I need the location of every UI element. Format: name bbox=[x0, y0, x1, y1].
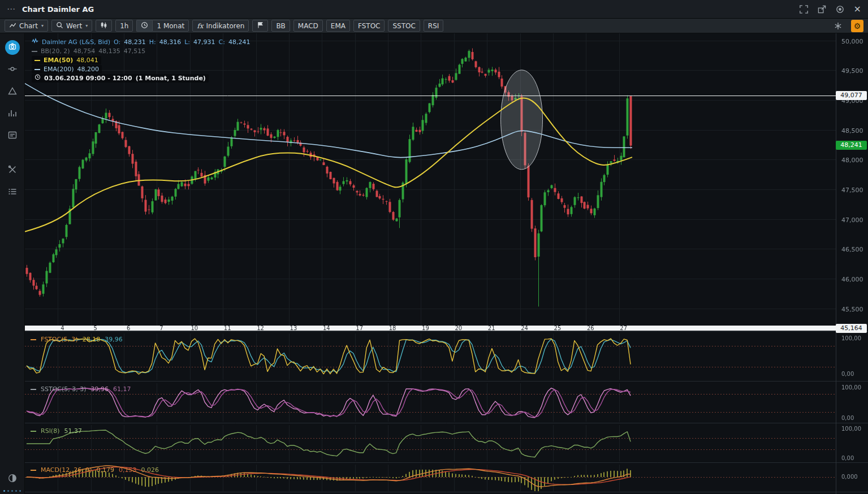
chart-type-button[interactable] bbox=[96, 20, 112, 32]
ema200-legend-row[interactable]: EMA(200) 48,200 bbox=[32, 65, 102, 73]
window-menu-dots-icon[interactable]: ⋯ bbox=[7, 4, 16, 14]
close-value: 48,241 bbox=[228, 38, 251, 46]
toggle-rsi-label: RSI bbox=[428, 22, 439, 30]
notes-tool-button[interactable] bbox=[5, 128, 20, 144]
sstoc-label: SSTOC(5, 3, 3) bbox=[41, 385, 87, 393]
rsi-value: 51,37 bbox=[64, 427, 82, 435]
chevron-down-icon: ▾ bbox=[85, 23, 88, 28]
toggle-macd-button[interactable]: MACD bbox=[293, 20, 323, 32]
rsi-legend[interactable]: RSI(8) 51,37 bbox=[31, 427, 82, 435]
ema50-legend-dash bbox=[34, 60, 40, 61]
measure-icon bbox=[7, 63, 18, 77]
close-icon[interactable]: × bbox=[854, 5, 861, 14]
chart-menu-label: Chart bbox=[19, 22, 38, 30]
sstoc-k-value: 39,96 bbox=[91, 385, 109, 393]
chart-area: Daimler AG (L&S, Bid) O: 48,231 H: 48,31… bbox=[25, 33, 868, 494]
record-target-icon[interactable] bbox=[836, 5, 844, 14]
interval-button[interactable]: 1h bbox=[115, 20, 133, 32]
bb-label: BB(20, 2) bbox=[41, 47, 70, 55]
line-chart-icon bbox=[9, 21, 16, 31]
price-chart-canvas[interactable] bbox=[25, 33, 868, 494]
indicators-label: Indikatoren bbox=[206, 22, 244, 30]
macd-signal-value: 0,153 bbox=[119, 466, 137, 474]
interval-label: 1h bbox=[120, 22, 128, 30]
titlebar: ⋯ Chart Daimler AG × bbox=[0, 0, 868, 19]
macd-legend-dash bbox=[31, 470, 36, 471]
toggle-bb-button[interactable]: BB bbox=[271, 20, 290, 32]
rsi-legend-dash bbox=[31, 431, 36, 432]
fullscreen-icon[interactable] bbox=[800, 5, 808, 14]
chart-menu-button[interactable]: Chart ▾ bbox=[5, 20, 48, 32]
instrument-icon bbox=[32, 37, 38, 46]
chart-settings-icon[interactable] bbox=[834, 22, 842, 30]
toggle-sstoc-button[interactable]: SSTOC bbox=[388, 20, 420, 32]
chart-window: ⋯ Chart Daimler AG × Chart ▾ Wert ▾ bbox=[0, 0, 868, 494]
period-clock-button[interactable] bbox=[136, 20, 152, 32]
toggle-ema-label: EMA bbox=[331, 22, 346, 30]
theme-toggle-button[interactable] bbox=[5, 471, 20, 487]
window-title: Chart Daimler AG bbox=[22, 5, 94, 14]
screenshot-button[interactable] bbox=[5, 40, 20, 55]
ema200-legend-dash bbox=[34, 69, 40, 70]
sidebar-bottom bbox=[0, 471, 24, 492]
bb-legend-row[interactable]: BB(20, 2) 48,754 48,135 47,515 bbox=[32, 47, 250, 55]
flag-icon bbox=[257, 21, 264, 31]
chevron-down-icon: ▾ bbox=[41, 23, 44, 28]
list-icon bbox=[7, 186, 18, 200]
instrument-legend-row[interactable]: Daimler AG (L&S, Bid) O: 48,231 H: 48,31… bbox=[32, 37, 250, 46]
lower-level-price-tag: 45,164 bbox=[836, 324, 867, 333]
titlebar-actions: × bbox=[800, 5, 861, 14]
clock-icon bbox=[34, 74, 41, 83]
fstoc-legend[interactable]: FSTOC(5, 3) 28,18 39,96 bbox=[31, 336, 123, 343]
macd-hist-value: 0,026 bbox=[141, 466, 159, 474]
bar-chart-icon bbox=[7, 107, 18, 121]
drawing-toolbar bbox=[0, 33, 25, 494]
fstoc-legend-dash bbox=[31, 339, 36, 340]
fstoc-d-value: 39,96 bbox=[105, 336, 123, 343]
low-label: L: bbox=[184, 38, 190, 46]
instrument-name: Daimler AG (L&S, Bid) bbox=[42, 38, 110, 46]
clock-icon bbox=[141, 21, 148, 31]
fx-icon: fx bbox=[197, 22, 203, 30]
fstoc-label: FSTOC(5, 3) bbox=[41, 336, 78, 343]
sstoc-legend[interactable]: SSTOC(5, 3, 3) 39,96 61,17 bbox=[31, 385, 131, 393]
bookmark-flag-button[interactable] bbox=[252, 20, 268, 32]
toggle-bb-label: BB bbox=[276, 22, 285, 30]
instrument-search-button[interactable]: Wert ▾ bbox=[51, 20, 92, 32]
open-label: O: bbox=[114, 38, 120, 46]
toggle-rsi-button[interactable]: RSI bbox=[424, 20, 444, 32]
triangle-icon bbox=[7, 85, 18, 99]
bb-lower-value: 47,515 bbox=[124, 47, 146, 55]
shapes-tool-button[interactable] bbox=[5, 84, 20, 100]
watchlist-button[interactable] bbox=[5, 185, 20, 201]
current-price-tag: 48,241 bbox=[836, 141, 867, 150]
upper-level-price-tag: 49,077 bbox=[836, 91, 867, 100]
timeframe-value: (1 Monat, 1 Stunde) bbox=[136, 74, 206, 83]
toggle-macd-label: MACD bbox=[298, 22, 318, 30]
period-label: 1 Monat bbox=[157, 22, 184, 30]
measure-tool-button[interactable] bbox=[5, 62, 20, 78]
macd-label: MACD(12, 26, 9) bbox=[41, 466, 92, 474]
note-card-icon bbox=[7, 129, 18, 143]
sstoc-d-value: 61,17 bbox=[113, 385, 131, 393]
ema50-legend-row[interactable]: EMA(50) 48,041 bbox=[32, 56, 101, 64]
toggle-sstoc-label: SSTOC bbox=[392, 22, 415, 30]
indicator-edit-button[interactable] bbox=[5, 106, 20, 122]
macd-legend[interactable]: MACD(12, 26, 9) 0,179 0,153 0,026 bbox=[31, 466, 159, 474]
toolbar: Chart ▾ Wert ▾ 1h 1 Monat fx Indikatoren bbox=[0, 19, 868, 33]
indicators-button[interactable]: fx Indikatoren bbox=[192, 20, 249, 32]
high-value: 48,316 bbox=[159, 38, 182, 46]
toggle-ema-button[interactable]: EMA bbox=[326, 20, 350, 32]
tools-button[interactable] bbox=[5, 163, 20, 179]
instrument-search-label: Wert bbox=[66, 22, 82, 30]
period-button[interactable]: 1 Monat bbox=[152, 20, 189, 32]
pager-dots[interactable] bbox=[3, 490, 21, 492]
high-label: H: bbox=[149, 38, 156, 46]
timerange-row: 03.06.2019 09:00 - 12:00 (1 Monat, 1 Stu… bbox=[32, 74, 209, 83]
toggle-fstoc-button[interactable]: FSTOC bbox=[353, 20, 385, 32]
settings-gear-button[interactable]: ⚙ bbox=[851, 20, 863, 32]
popout-window-icon[interactable] bbox=[818, 5, 826, 14]
chart-legend: Daimler AG (L&S, Bid) O: 48,231 H: 48,31… bbox=[32, 37, 250, 83]
low-value: 47,931 bbox=[193, 38, 215, 46]
bb-middle-value: 48,135 bbox=[98, 47, 120, 55]
